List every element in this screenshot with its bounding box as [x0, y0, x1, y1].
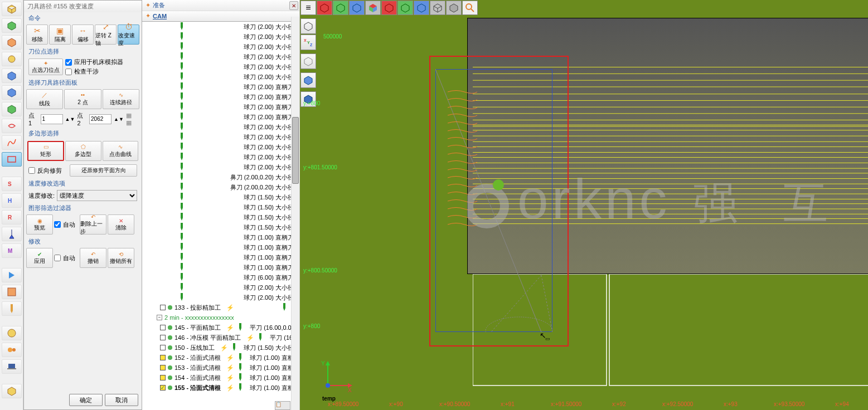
tree-tool-row[interactable]: 球刀 (6.00) 直柄刀 — [142, 272, 299, 282]
cmd-reverse-z-button[interactable]: ⤢逆转 Z 轴 — [95, 25, 117, 45]
tree-tool-row[interactable]: 球刀 (2.00) 大小径 — [142, 52, 299, 62]
cancel-button[interactable]: 取消 — [105, 394, 138, 406]
tree-op-row[interactable]: 154 - 沿面式清根⚡球刀 (1.00) 直柄刀 — [142, 373, 299, 383]
tool-box3d[interactable] — [2, 384, 22, 398]
tree-op-row[interactable]: 153 - 沿面式清根⚡球刀 (1.00) 直柄刀 — [142, 363, 299, 373]
vp-view-side[interactable] — [349, 1, 365, 15]
tree-tool-row[interactable]: 球刀 (1.50) 大小径 — [142, 202, 299, 212]
apply-sim-checkbox[interactable]: 应用于机床模拟器 — [65, 58, 123, 66]
tree-tool-row[interactable]: 球刀 (2.00) 直柄刀 — [142, 102, 299, 112]
scrollbar[interactable] — [291, 17, 299, 410]
vp-view-wire[interactable] — [430, 1, 445, 15]
paste-button[interactable]: 📋 — [275, 401, 290, 410]
face-continuous-button[interactable]: ∿连续路径 — [103, 89, 139, 109]
tree-tool-row[interactable]: 球刀 (1.00) 直柄刀 — [142, 242, 299, 252]
point2-input[interactable] — [89, 114, 111, 124]
filter-clear-button[interactable]: ✕清除 — [108, 214, 134, 235]
tree-tool-row[interactable]: 球刀 (2.00) 大小径 — [142, 32, 299, 42]
reverse-trim-checkbox[interactable]: 反向修剪 — [28, 167, 67, 175]
face-line-button[interactable]: ／线段 — [26, 89, 63, 109]
restore-trim-plane-button[interactable]: 还原修剪平面方向 — [70, 164, 137, 177]
filter-preview-button[interactable]: ◉预览 — [26, 214, 53, 235]
tree-tool-row[interactable]: 球刀 (2.00) 大小径 — [142, 72, 299, 82]
tool-r[interactable]: R — [2, 210, 22, 224]
tool-curve[interactable] — [2, 135, 22, 150]
cmd-offset-button[interactable]: ↔偏移 — [72, 25, 94, 45]
tree-tool-row[interactable]: 球刀 (2.00) 大小径 — [142, 152, 299, 162]
vp-stock-button[interactable] — [300, 53, 316, 69]
tree-tool-row[interactable]: 球刀 (2.00) 大小径 — [142, 22, 299, 32]
face-2point-button[interactable]: ••2 点 — [64, 89, 101, 109]
tool-cube-5[interactable] — [2, 69, 22, 83]
tree-op-row[interactable]: 146 - 冲压模 平面精加工⚡平刀 (16.00,0.00) 直柄刀 — [142, 333, 299, 343]
tree-op-row[interactable]: 150 - 压线加工⚡球刀 (1.50) 大小径 — [142, 343, 299, 353]
ok-button[interactable]: 确定 — [69, 394, 103, 406]
tree-op-row[interactable]: 145 - 平面精加工⚡平刀 (16.00,0.00) 直柄刀 — [142, 323, 299, 333]
viewport-3d[interactable]: ≡ XYZ — [300, 0, 868, 410]
tree-group-row[interactable]: −2 min - xxxxxxxxxxxxxxxx — [142, 313, 299, 323]
tree-tool-row[interactable]: 球刀 (1.50) 大小径 — [142, 192, 299, 202]
modify-apply-button[interactable]: ✔应用 — [26, 248, 53, 268]
tree-tool-row[interactable]: 球刀 (2.00) 大小径 — [142, 122, 299, 132]
tree-header-prep[interactable]: ✦准备 ✕ — [142, 0, 299, 11]
auto1-checkbox[interactable]: 自动 — [54, 221, 79, 229]
poly-click-curve-button[interactable]: ∿点击曲线 — [103, 141, 138, 161]
vp-view-front[interactable] — [317, 1, 332, 15]
tree-op-row[interactable]: 152 - 沿面式清根⚡球刀 (1.00) 直柄刀 — [142, 353, 299, 363]
tool-drill[interactable] — [2, 301, 22, 316]
tree-op-row[interactable]: 133 - 投影精加工⚡ — [142, 302, 299, 313]
tool-play[interactable] — [2, 268, 22, 282]
tree-tool-row[interactable]: 球刀 (1.00) 直柄刀 — [142, 232, 299, 242]
tool-gears[interactable] — [2, 343, 22, 357]
auto2-checkbox[interactable]: 自动 — [54, 254, 79, 262]
tree-tool-row[interactable]: 球刀 (2.00) 直柄刀 — [142, 112, 299, 122]
tree-tool-row[interactable]: 球刀 (2.00) 直柄刀 — [142, 82, 299, 92]
tree-tool-row[interactable]: 球刀 (2.00) 大小径 — [142, 142, 299, 152]
point1-input[interactable] — [41, 114, 63, 124]
tool-cube-3[interactable] — [2, 35, 22, 50]
tree-tool-row[interactable]: 球刀 (1.50) 大小径 — [142, 222, 299, 232]
cmd-isolate-button[interactable]: ▣隔离 — [49, 25, 71, 45]
vp-view-front2[interactable] — [381, 1, 397, 15]
cmd-move-button[interactable]: ✂移除 — [26, 25, 48, 45]
vp-view-top[interactable] — [333, 1, 348, 15]
tree-tool-row[interactable]: 球刀 (2.00) 大小径 — [142, 282, 299, 292]
cmd-change-speed-button[interactable]: ⏱改变速度 — [118, 25, 139, 45]
tool-cube-7[interactable] — [2, 102, 22, 116]
scrollbar-thumb[interactable] — [292, 117, 299, 184]
tree-tool-row[interactable]: 鼻刀 (2.00,0.20) 大小径 — [142, 182, 299, 192]
vp-view-iso1[interactable] — [365, 1, 381, 15]
modify-undo-all-button[interactable]: ⟲撤销所有 — [108, 248, 134, 268]
tree-op-row[interactable]: 155 - 沿面式清根⚡球刀 (1.00) 直柄刀 — [142, 383, 299, 393]
vp-view-side2[interactable] — [414, 1, 429, 15]
tree-tool-row[interactable]: 球刀 (2.00) 大小径 — [142, 162, 299, 172]
tree-tool-row[interactable]: 球刀 (2.00) 大小径 — [142, 132, 299, 142]
tool-globe[interactable] — [2, 326, 22, 340]
vp-zoom-button[interactable] — [462, 1, 478, 15]
tool-probe[interactable] — [2, 227, 22, 241]
modify-undo-button[interactable]: ↶撤销 — [80, 248, 106, 268]
vp-view-shade[interactable] — [446, 1, 462, 15]
tree-tool-row[interactable]: 鼻刀 (2.00,0.20) 大小径 — [142, 172, 299, 182]
vp-xyz-button[interactable]: XYZ — [300, 35, 316, 50]
tree-tool-row[interactable]: 球刀 (1.00) 直柄刀 — [142, 262, 299, 272]
tree-scroll[interactable]: 球刀 (2.00) 大小径球刀 (2.00) 大小径球刀 (2.00) 大小径球… — [142, 22, 299, 410]
tool-s[interactable]: S — [2, 177, 22, 191]
tree-tool-row[interactable]: 球刀 (2.00) 直柄刀 — [142, 92, 299, 102]
close-panel-button[interactable]: ✕ — [289, 1, 298, 10]
tree-header-cam[interactable]: ✦CAM — [142, 11, 299, 22]
vp-view-top2[interactable] — [397, 1, 413, 15]
tool-cube-6[interactable] — [2, 85, 22, 100]
vp-wcs-button[interactable] — [300, 18, 316, 34]
check-interfere-checkbox[interactable]: 检查干涉 — [65, 67, 123, 76]
tool-laptop[interactable] — [2, 359, 22, 374]
tool-box-active[interactable] — [2, 152, 22, 167]
tool-analyze[interactable] — [2, 119, 22, 133]
vp-solid-button[interactable] — [300, 72, 316, 88]
tool-cube-4[interactable] — [2, 52, 22, 66]
tree-tool-row[interactable]: 球刀 (1.00) 直柄刀 — [142, 252, 299, 262]
tree-tool-row[interactable]: 球刀 (2.00) 大小径 — [142, 42, 299, 52]
filter-delete-prev-button[interactable]: ↶删除上一步 — [80, 214, 106, 235]
point-select-button[interactable]: ✦点选刀位点 — [28, 58, 63, 75]
tree-tool-row[interactable]: 球刀 (1.50) 大小径 — [142, 212, 299, 222]
